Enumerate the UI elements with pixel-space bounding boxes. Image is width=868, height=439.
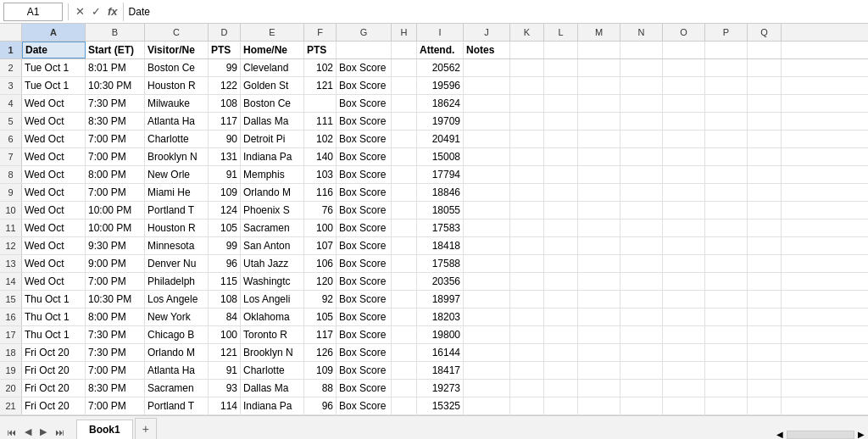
data-cell[interactable] xyxy=(748,237,782,254)
data-cell[interactable] xyxy=(392,308,417,325)
data-cell[interactable]: Phoenix S xyxy=(241,202,304,219)
name-box[interactable] xyxy=(3,3,63,21)
data-cell[interactable]: Box Score xyxy=(337,308,392,325)
data-cell[interactable]: 17588 xyxy=(417,255,464,272)
data-cell[interactable] xyxy=(544,273,578,290)
data-cell[interactable]: Atlanta Ha xyxy=(145,362,209,379)
data-cell[interactable]: 19709 xyxy=(417,113,464,130)
data-cell[interactable]: New York xyxy=(145,308,209,325)
data-cell[interactable] xyxy=(748,255,782,272)
col-header-c[interactable]: C xyxy=(145,24,209,41)
row-number[interactable]: 16 xyxy=(0,308,22,325)
data-cell[interactable]: Houston R xyxy=(145,220,209,236)
data-cell[interactable]: Sacramen xyxy=(241,220,304,236)
data-cell[interactable] xyxy=(578,113,620,130)
data-cell[interactable]: 105 xyxy=(304,308,337,325)
data-cell[interactable] xyxy=(705,148,748,165)
data-cell[interactable]: 19273 xyxy=(417,380,464,397)
data-cell[interactable]: 20562 xyxy=(417,59,464,76)
data-cell[interactable] xyxy=(663,308,705,325)
row-number[interactable]: 6 xyxy=(0,131,22,147)
data-cell[interactable] xyxy=(464,397,510,414)
data-cell[interactable]: Box Score xyxy=(337,202,392,219)
data-cell[interactable] xyxy=(705,380,748,397)
data-cell[interactable] xyxy=(620,397,663,414)
data-cell[interactable] xyxy=(578,77,620,94)
data-cell[interactable]: 10:30 PM xyxy=(86,291,145,308)
row-number[interactable]: 7 xyxy=(0,148,22,165)
data-cell[interactable] xyxy=(663,113,705,130)
data-cell[interactable] xyxy=(544,184,578,201)
col-header-m[interactable]: M xyxy=(578,24,620,41)
data-cell[interactable] xyxy=(578,397,620,414)
data-cell[interactable]: Charlotte xyxy=(241,362,304,379)
col-header-g[interactable]: G xyxy=(337,24,392,41)
data-cell[interactable]: Detroit Pi xyxy=(241,131,304,147)
data-cell[interactable]: 121 xyxy=(209,344,241,361)
data-cell[interactable] xyxy=(510,380,544,397)
data-cell[interactable]: 108 xyxy=(209,95,241,112)
data-cell[interactable]: Washingtc xyxy=(241,273,304,290)
data-cell[interactable] xyxy=(544,344,578,361)
data-cell[interactable]: Box Score xyxy=(337,166,392,183)
data-cell[interactable] xyxy=(392,362,417,379)
data-cell[interactable]: Box Score xyxy=(337,273,392,290)
data-cell[interactable]: 120 xyxy=(304,273,337,290)
data-cell[interactable] xyxy=(392,237,417,254)
data-cell[interactable] xyxy=(663,291,705,308)
row-number[interactable]: 8 xyxy=(0,166,22,183)
data-cell[interactable]: 96 xyxy=(304,397,337,414)
data-cell[interactable] xyxy=(578,59,620,76)
data-cell[interactable] xyxy=(464,113,510,130)
data-cell[interactable]: Indiana Pa xyxy=(241,397,304,414)
row-number[interactable]: 10 xyxy=(0,202,22,219)
data-cell[interactable] xyxy=(620,362,663,379)
data-cell[interactable]: 122 xyxy=(209,77,241,94)
data-cell[interactable]: Charlotte xyxy=(145,131,209,147)
data-cell[interactable] xyxy=(464,291,510,308)
row-number[interactable]: 1 xyxy=(0,42,22,58)
tab-next-icon[interactable]: ▶ xyxy=(36,425,50,439)
data-cell[interactable] xyxy=(578,166,620,183)
data-cell[interactable] xyxy=(464,166,510,183)
data-cell[interactable]: Memphis xyxy=(241,166,304,183)
data-cell[interactable]: Box Score xyxy=(337,362,392,379)
data-cell[interactable]: 92 xyxy=(304,291,337,308)
data-cell[interactable]: Fri Oct 20 xyxy=(22,362,86,379)
data-cell[interactable]: 18203 xyxy=(417,308,464,325)
col-header-i[interactable]: I xyxy=(417,24,464,41)
data-cell[interactable]: Fri Oct 20 xyxy=(22,344,86,361)
data-cell[interactable]: Atlanta Ha xyxy=(145,113,209,130)
data-cell[interactable] xyxy=(748,380,782,397)
data-cell[interactable]: 8:01 PM xyxy=(86,59,145,76)
col-header-a[interactable]: A xyxy=(22,24,86,41)
header-cell[interactable] xyxy=(578,42,620,58)
row-number[interactable]: 12 xyxy=(0,237,22,254)
data-cell[interactable] xyxy=(510,59,544,76)
data-cell[interactable]: 117 xyxy=(304,326,337,343)
header-cell[interactable] xyxy=(510,42,544,58)
data-cell[interactable]: Box Score xyxy=(337,59,392,76)
data-cell[interactable] xyxy=(392,291,417,308)
data-cell[interactable]: Wed Oct xyxy=(22,184,86,201)
data-cell[interactable] xyxy=(510,362,544,379)
data-cell[interactable] xyxy=(663,362,705,379)
data-cell[interactable] xyxy=(620,77,663,94)
data-cell[interactable]: 115 xyxy=(209,273,241,290)
data-cell[interactable] xyxy=(705,344,748,361)
data-cell[interactable]: 18417 xyxy=(417,362,464,379)
data-cell[interactable] xyxy=(392,273,417,290)
corner-cell[interactable] xyxy=(0,24,22,41)
data-cell[interactable] xyxy=(392,184,417,201)
data-cell[interactable] xyxy=(663,273,705,290)
data-cell[interactable]: 109 xyxy=(209,184,241,201)
data-cell[interactable] xyxy=(510,326,544,343)
col-header-l[interactable]: L xyxy=(544,24,578,41)
header-cell[interactable] xyxy=(663,42,705,58)
data-cell[interactable] xyxy=(663,166,705,183)
data-cell[interactable]: 103 xyxy=(304,166,337,183)
data-cell[interactable] xyxy=(663,397,705,414)
data-cell[interactable] xyxy=(663,148,705,165)
row-number[interactable]: 19 xyxy=(0,362,22,379)
row-number[interactable]: 5 xyxy=(0,113,22,130)
